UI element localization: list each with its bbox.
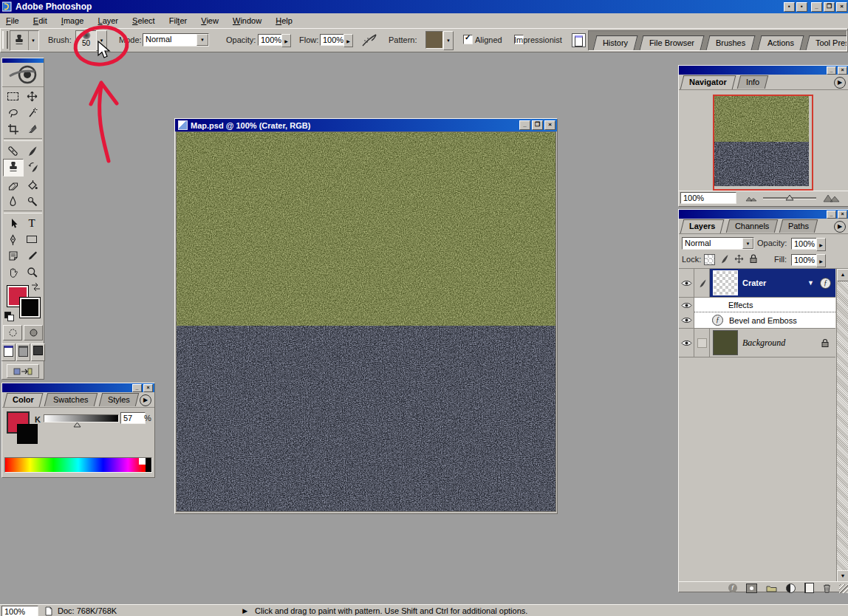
status-zoom-field[interactable]: 100% — [1, 606, 38, 616]
document-maximize-button[interactable]: ❐ — [532, 120, 543, 130]
tool-zoom[interactable] — [22, 264, 41, 280]
zoom-slider-thumb[interactable] — [785, 194, 794, 201]
app-close-button[interactable]: × — [836, 2, 847, 12]
color-close-button[interactable]: × — [143, 384, 153, 392]
tool-move[interactable] — [22, 88, 41, 104]
tool-eyedropper[interactable] — [22, 247, 41, 264]
navigator-proxy-view[interactable] — [713, 95, 813, 191]
info-tab[interactable]: Info — [737, 75, 769, 89]
pattern-dropdown-arrow[interactable]: ▼ — [443, 31, 454, 50]
color-tab[interactable]: Color — [4, 393, 43, 407]
lock-position-button[interactable] — [734, 253, 745, 266]
layers-scrollbar[interactable]: ▲ ▼ — [836, 269, 848, 581]
spectrum-black-patch[interactable] — [146, 458, 151, 472]
k-slider-track[interactable] — [44, 414, 119, 422]
status-menu-arrow[interactable]: ▶ — [242, 607, 247, 615]
menu-file[interactable]: File — [0, 13, 25, 28]
color-spectrum-ramp[interactable] — [4, 457, 152, 473]
brush-dropdown-arrow[interactable]: ▼ — [96, 30, 107, 51]
layers-title-bar[interactable]: _ × — [679, 210, 848, 219]
layer-row-crater[interactable]: Crater ▼ ƒ — [679, 269, 835, 298]
layers-opacity-arrow[interactable]: ▶ — [816, 238, 826, 251]
styles-tab[interactable]: Styles — [98, 393, 138, 406]
background-link-cell[interactable] — [694, 329, 710, 357]
color-title-bar[interactable]: _ × — [2, 383, 154, 392]
new-layer-set-button[interactable] — [766, 584, 777, 592]
layers-close-button[interactable]: × — [838, 211, 847, 219]
canvas[interactable] — [176, 131, 556, 512]
scroll-down-button[interactable]: ▼ — [837, 570, 848, 581]
tool-preset-picker[interactable]: ▼ — [10, 30, 39, 51]
navigator-title-bar[interactable]: _ × — [679, 66, 848, 75]
channels-tab[interactable]: Channels — [725, 219, 778, 233]
status-page-icon[interactable] — [44, 606, 53, 616]
tool-magic-wand[interactable] — [22, 104, 41, 120]
tool-hand[interactable] — [3, 264, 22, 280]
bevel-visibility-toggle[interactable] — [679, 312, 694, 328]
tool-pen[interactable] — [3, 231, 22, 247]
tool-dodge[interactable] — [22, 193, 41, 209]
swap-colors-icon[interactable] — [30, 282, 42, 292]
effects-visibility-toggle[interactable] — [679, 298, 694, 312]
app-restore-button[interactable]: ❐ — [824, 2, 835, 12]
document-title-bar[interactable]: Map.psd @ 100% (Crater, RGB) _ ❐ × — [175, 119, 557, 131]
k-value-field[interactable]: 57 — [120, 412, 146, 424]
menu-layer[interactable]: Layer — [92, 13, 125, 28]
opacity-slider-arrow[interactable]: ▶ — [281, 34, 291, 47]
tool-brush[interactable] — [22, 143, 41, 159]
k-slider-thumb[interactable] — [73, 422, 81, 428]
navigator-menu-button[interactable]: ▶ — [834, 77, 846, 89]
default-colors-icon[interactable] — [4, 312, 14, 321]
add-layer-style-button[interactable]: ƒ — [728, 584, 737, 592]
crater-thumbnail[interactable] — [713, 270, 738, 295]
standard-screen-button[interactable] — [1, 343, 16, 361]
fill-arrow[interactable]: ▶ — [816, 254, 826, 267]
menu-help[interactable]: Help — [270, 13, 298, 28]
menu-edit[interactable]: Edit — [27, 13, 53, 28]
background-layer-name[interactable]: Background — [742, 338, 785, 349]
tool-slice[interactable] — [22, 120, 41, 137]
delete-layer-button[interactable] — [823, 584, 831, 593]
navigator-minimize-button[interactable]: _ — [827, 66, 836, 75]
new-layer-button[interactable] — [804, 583, 814, 593]
tool-pattern-stamp[interactable] — [3, 159, 24, 177]
tool-healing-brush[interactable] — [3, 143, 22, 159]
tool-lasso[interactable] — [3, 104, 22, 120]
lock-transparency-button[interactable] — [704, 254, 715, 265]
tool-blur[interactable] — [3, 193, 22, 209]
layer-row-effects[interactable]: Effects — [679, 298, 835, 312]
standard-mode-button[interactable] — [3, 325, 22, 340]
navigator-zoom-slider[interactable] — [763, 197, 816, 199]
quick-mask-mode-button[interactable] — [24, 325, 43, 340]
layers-menu-button[interactable]: ▶ — [834, 221, 846, 233]
document-minimize-button[interactable]: _ — [519, 120, 530, 130]
swatches-tab[interactable]: Swatches — [44, 393, 98, 406]
toggle-brushes-palette-button[interactable] — [572, 33, 586, 47]
flow-slider-arrow[interactable]: ▶ — [343, 34, 353, 47]
well-tab-tool-presets[interactable]: Tool Presets — [806, 35, 847, 50]
tool-type[interactable]: T — [22, 215, 41, 231]
tool-notes[interactable] — [3, 247, 22, 264]
options-grip[interactable] — [2, 31, 8, 49]
color-menu-button[interactable]: ▶ — [140, 394, 151, 406]
navigator-zoom-out-button[interactable] — [744, 194, 759, 204]
pattern-swatch[interactable] — [425, 31, 443, 49]
brush-preview-box[interactable]: 50 — [75, 30, 97, 51]
document-close-button[interactable]: × — [544, 120, 555, 130]
spectrum-white-patch[interactable] — [139, 458, 146, 465]
color-background-swatch[interactable] — [17, 424, 38, 444]
well-tab-file-browser[interactable]: File Browser — [640, 35, 705, 50]
layers-resize-grip[interactable] — [839, 584, 848, 593]
tool-paint-bucket[interactable] — [22, 177, 41, 193]
lock-all-button[interactable] — [748, 253, 759, 266]
tool-eraser[interactable] — [3, 177, 22, 193]
navigator-close-button[interactable]: × — [838, 66, 847, 75]
layer-row-bevel[interactable]: ƒ Bevel and Emboss — [679, 312, 835, 328]
mode-select-arrow[interactable]: ▼ — [196, 34, 208, 46]
navigator-zoom-in-button[interactable] — [822, 192, 841, 205]
tool-rectangular-marquee[interactable] — [3, 88, 22, 104]
lock-image-button[interactable] — [719, 253, 730, 266]
jump-to-imageready-button[interactable] — [7, 364, 39, 378]
scrollbar-track[interactable] — [837, 281, 848, 570]
paths-tab[interactable]: Paths — [779, 219, 818, 233]
